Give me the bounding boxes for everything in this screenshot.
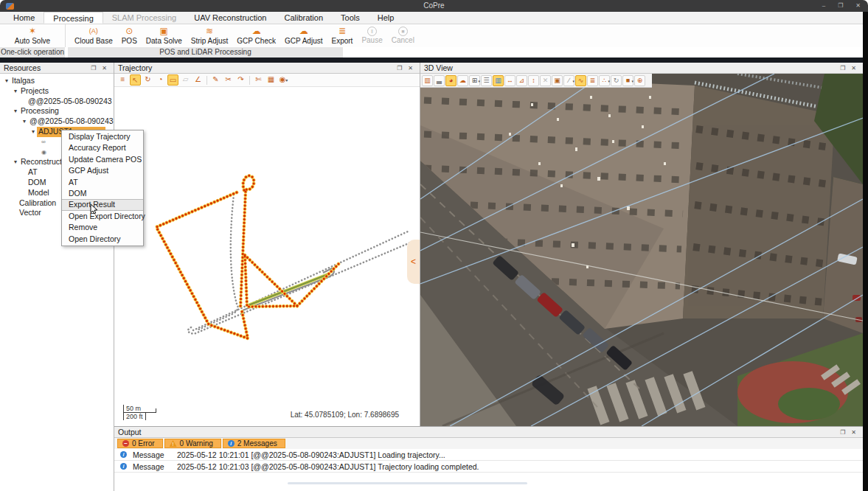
log-row[interactable]: i Message 2025-05-12 10:21:01 [@@2025-05…: [114, 449, 863, 461]
horizontal-scrollbar[interactable]: [288, 482, 527, 484]
chevron-down-icon: ▾: [285, 78, 288, 83]
classification-colorbar-icon[interactable]: ▥: [493, 75, 504, 86]
measure-angle-icon[interactable]: ∠: [192, 74, 204, 86]
select-cursor-icon[interactable]: ↖: [130, 74, 141, 86]
measure-area-icon[interactable]: ⊿: [516, 75, 527, 86]
rotate-view-icon[interactable]: ↻: [611, 75, 622, 86]
profile-line-icon[interactable]: ∿: [575, 75, 586, 86]
tab-calibration[interactable]: Calibration: [275, 12, 332, 24]
expand-arrow-icon[interactable]: ▾: [3, 76, 10, 86]
gcp-check-button[interactable]: ☁ GCP Check: [232, 24, 280, 46]
float-panel-icon[interactable]: ❐: [837, 427, 848, 438]
window-title: CoPre: [0, 0, 868, 12]
point-cloud-options-icon[interactable]: ∴▾: [599, 75, 610, 86]
gcp-adjust-button[interactable]: ☁ GCP Adjust: [280, 24, 327, 46]
close-button[interactable]: ✕: [855, 0, 861, 12]
tab-home[interactable]: Home: [4, 12, 44, 24]
measure-height-icon[interactable]: ↕: [528, 75, 539, 86]
menu-item-export-result[interactable]: Export Result: [62, 199, 143, 210]
menu-item-dom[interactable]: DOM: [62, 188, 143, 199]
export-button[interactable]: ≣ Export: [327, 24, 357, 46]
expand-arrow-icon[interactable]: ▾: [12, 106, 19, 116]
layer-stack-icon[interactable]: ≣: [587, 75, 598, 86]
expand-arrow-icon[interactable]: ▾: [29, 127, 37, 137]
close-panel-icon[interactable]: ✕: [848, 63, 859, 74]
tab-help[interactable]: Help: [369, 12, 403, 24]
display-options-eye-icon[interactable]: ◉▾: [278, 74, 289, 86]
ruler-tools-icon[interactable]: ∕▾: [563, 75, 574, 86]
filter-warnings[interactable]: ! 0 Warning: [164, 439, 221, 448]
cloud-display-icon[interactable]: ☁: [457, 75, 468, 86]
pause-button[interactable]: ‖ Pause: [357, 24, 386, 45]
cube-view-icon[interactable]: ■▾: [622, 75, 633, 86]
point-cloud-render[interactable]: [420, 74, 863, 426]
strip-adjust-button[interactable]: ≋ Strip Adjust: [187, 24, 233, 46]
pos-button[interactable]: ⊙ POS: [117, 24, 142, 46]
volume-cube-icon[interactable]: ▣: [552, 75, 563, 86]
float-panel-icon[interactable]: ❐: [88, 63, 99, 74]
copy-icon[interactable]: ▱: [180, 74, 191, 86]
tree-item-italgas[interactable]: ▾Italgas: [0, 76, 114, 86]
database-export-icon: ≣: [338, 26, 346, 37]
trajectory-panel-title: Trajectory: [118, 63, 152, 72]
grid-image-icon[interactable]: ▦: [265, 74, 277, 86]
filter-messages[interactable]: i 2 Messages: [223, 439, 285, 448]
log-row[interactable]: i Message 2025-05-12 10:21:03 [@@2025-05…: [114, 461, 863, 473]
menu-item-remove[interactable]: Remove: [62, 222, 143, 233]
measure-clear-icon[interactable]: ✕: [540, 75, 551, 86]
orbit-icon[interactable]: ↻: [142, 74, 153, 86]
tree-item-processing-dataset[interactable]: ▾@@2025-05-08-090243: [0, 116, 114, 127]
cut-knife-icon[interactable]: ✄: [253, 74, 264, 86]
layers-icon[interactable]: ≡: [117, 74, 128, 86]
tree-item-projects[interactable]: ▾Projects: [0, 86, 114, 97]
error-icon: −: [122, 440, 129, 447]
filter-sliders-icon[interactable]: ☰: [481, 75, 492, 86]
tab-uav-reconstruction[interactable]: UAV Reconstruction: [185, 12, 275, 24]
rect-select-icon[interactable]: ▭: [167, 74, 178, 86]
menu-item-open-export-directory[interactable]: Open Export Directory: [62, 211, 143, 222]
block-grid-icon[interactable]: ⊞▾: [469, 75, 480, 86]
tab-processing[interactable]: Processing: [44, 12, 103, 24]
expand-arrow-icon[interactable]: ▾: [12, 86, 19, 97]
expand-arrow-icon[interactable]: ▾: [21, 116, 28, 127]
filter-errors[interactable]: − 0 Error: [117, 439, 163, 448]
minimize-button[interactable]: –: [822, 0, 825, 12]
menu-item-gcp-adjust[interactable]: GCP Adjust: [62, 165, 143, 176]
output-filter-bar: − 0 Error ! 0 Warning i 2 Messages: [114, 438, 863, 449]
menu-item-at[interactable]: AT: [62, 177, 143, 188]
close-panel-icon[interactable]: ✕: [405, 63, 416, 74]
cloud-base-button[interactable]: (A) Cloud Base: [70, 24, 117, 46]
auto-solve-button[interactable]: ✶ Auto Solve: [10, 24, 55, 46]
tab-tools[interactable]: Tools: [332, 12, 369, 24]
link-icon: ∞: [41, 137, 46, 147]
menu-item-open-directory[interactable]: Open Directory: [62, 234, 143, 245]
time-clock-icon[interactable]: ◔: [155, 74, 166, 86]
data-solve-button[interactable]: ▣ Data Solve: [142, 24, 187, 46]
measure-distance-icon[interactable]: ↔: [504, 75, 515, 86]
expand-arrow-icon[interactable]: ▾: [12, 157, 19, 167]
float-panel-icon[interactable]: ❐: [394, 63, 405, 74]
redo-icon[interactable]: ↷: [235, 74, 246, 86]
menu-item-update-camera-pos[interactable]: Update Camera POS: [62, 154, 143, 165]
close-panel-icon[interactable]: ✕: [848, 427, 859, 438]
elevation-colorbar-icon[interactable]: ▥: [422, 75, 433, 86]
float-panel-icon[interactable]: ❐: [837, 63, 848, 74]
rgb-color-wheel-icon[interactable]: ◕: [445, 75, 456, 86]
menu-item-display-trajectory[interactable]: Display Trajectory: [62, 131, 143, 142]
menu-item-accuracy-report[interactable]: Accuracy Report: [62, 142, 143, 153]
delete-selection-icon[interactable]: ✂: [223, 74, 234, 86]
ribbon: ✶ Auto Solve (A) Cloud Base ⊙ POS ▣ Data…: [0, 24, 868, 47]
intensity-histogram-icon[interactable]: ▃: [434, 75, 445, 86]
tree-item-processing[interactable]: ▾Processing: [0, 106, 114, 116]
draw-pen-icon[interactable]: ✎: [210, 74, 221, 86]
cancel-button[interactable]: ■ Cancel: [387, 24, 419, 45]
chevron-down-icon: ▾: [478, 77, 480, 86]
axis-target-icon[interactable]: ⊕: [634, 75, 645, 86]
tree-item-project-dataset[interactable]: @@2025-05-08-090243: [0, 97, 114, 107]
trajectory-panel: Trajectory ❐ ✕ ≡ ↖ ↻ ◔ ▭ ▱ ∠ ✎ ✂ ↷ ✄ ▦ ◉…: [114, 63, 420, 426]
close-panel-icon[interactable]: ✕: [99, 63, 110, 74]
tab-slam-processing[interactable]: SLAM Processing: [103, 12, 185, 24]
maximize-button[interactable]: ❐: [838, 0, 843, 12]
trajectory-viewport[interactable]: 50 m 200 ft Lat: 45.0785109; Lon: 7.6898…: [114, 87, 420, 426]
collapse-panel-handle[interactable]: <: [407, 240, 420, 284]
